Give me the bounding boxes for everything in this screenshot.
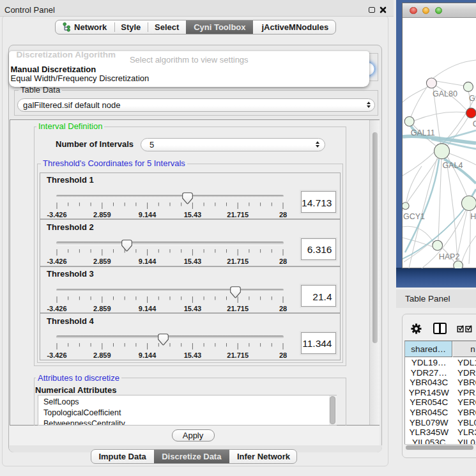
svg-text:9.144: 9.144 xyxy=(139,211,157,219)
svg-text:-3.426: -3.426 xyxy=(47,351,66,359)
svg-text:-3.426: -3.426 xyxy=(47,257,66,265)
svg-text:-3.426: -3.426 xyxy=(47,305,66,312)
svg-text:21.715: 21.715 xyxy=(227,351,249,359)
svg-text:9.144: 9.144 xyxy=(139,351,157,359)
svg-text:28: 28 xyxy=(279,211,287,219)
svg-text:15.43: 15.43 xyxy=(184,257,202,265)
svg-text:15.43: 15.43 xyxy=(184,305,202,312)
svg-text:2.859: 2.859 xyxy=(93,257,111,265)
svg-text:HAP2: HAP2 xyxy=(439,252,460,261)
svg-text:15.43: 15.43 xyxy=(184,211,202,219)
svg-text:2.859: 2.859 xyxy=(93,351,111,359)
svg-text:28: 28 xyxy=(279,351,287,359)
svg-text:9.144: 9.144 xyxy=(139,257,157,265)
svg-text:2.859: 2.859 xyxy=(93,305,111,312)
svg-text:21.715: 21.715 xyxy=(227,305,249,312)
svg-text:GAL4: GAL4 xyxy=(442,161,463,170)
svg-text:28: 28 xyxy=(279,305,287,312)
svg-text:GCY1: GCY1 xyxy=(403,212,425,221)
svg-text:21.715: 21.715 xyxy=(227,211,249,219)
svg-text:2.859: 2.859 xyxy=(93,211,111,219)
svg-text:9.144: 9.144 xyxy=(139,305,157,312)
svg-text:C: C xyxy=(473,119,476,128)
svg-text:-3.426: -3.426 xyxy=(47,211,66,219)
svg-text:G.: G. xyxy=(469,94,476,103)
svg-text:GAL11: GAL11 xyxy=(411,128,435,137)
svg-text:H: H xyxy=(470,212,476,221)
svg-text:15.43: 15.43 xyxy=(184,351,202,359)
svg-text:28: 28 xyxy=(279,257,287,265)
svg-text:GAL80: GAL80 xyxy=(433,89,457,98)
svg-text:21.715: 21.715 xyxy=(227,257,249,265)
